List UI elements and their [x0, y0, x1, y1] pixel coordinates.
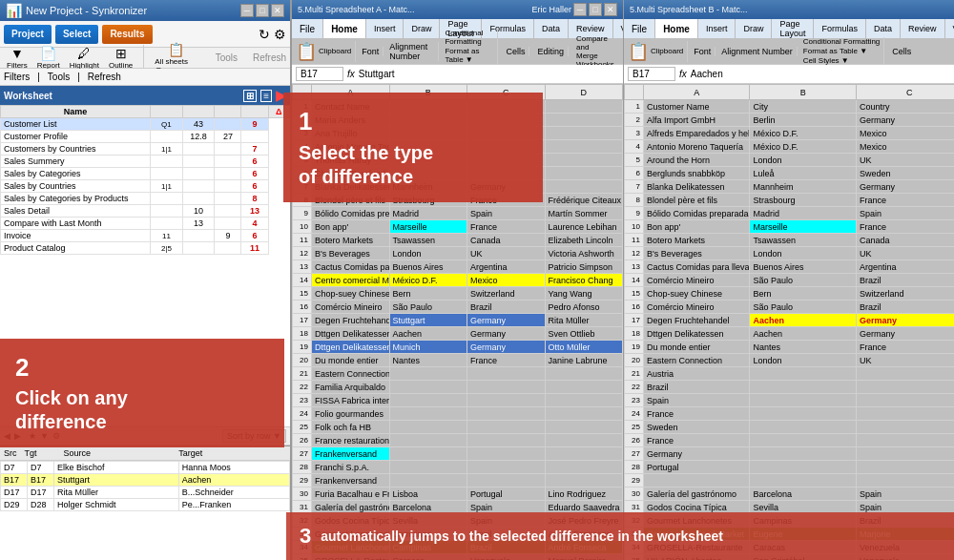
- cell-c[interactable]: [467, 474, 546, 487]
- cell-b[interactable]: São Paulo: [750, 301, 856, 314]
- cell-c[interactable]: Germany: [467, 180, 546, 194]
- cell-b[interactable]: [750, 461, 856, 474]
- cell-b[interactable]: Caracas: [389, 554, 467, 561]
- cell-a[interactable]: Galería del gastrónomo: [312, 501, 390, 514]
- excel-b-cell-ref[interactable]: [628, 67, 675, 81]
- cell-a[interactable]: Godos Cocina Típica: [644, 501, 750, 514]
- cell-a[interactable]: Austria: [644, 367, 750, 381]
- cell-a[interactable]: Bon app': [644, 220, 750, 234]
- cell-c[interactable]: [467, 381, 546, 394]
- cell-c[interactable]: [467, 447, 546, 461]
- cell-c[interactable]: Germany: [467, 327, 546, 341]
- cell-c[interactable]: UK: [856, 247, 954, 260]
- cell-b[interactable]: Stuttgart: [389, 314, 467, 327]
- cell-a[interactable]: Chop-suey Chinese: [644, 287, 750, 301]
- cell-a[interactable]: Maria Anders: [312, 114, 390, 127]
- cell-c[interactable]: France: [856, 341, 954, 354]
- cell-d[interactable]: [545, 140, 623, 154]
- cell-b[interactable]: Marseille: [750, 220, 856, 234]
- cell-b[interactable]: Buenos Aires: [389, 260, 467, 274]
- cell-a[interactable]: Bon app': [312, 220, 390, 234]
- cell-c[interactable]: France: [467, 220, 546, 234]
- cell-a[interactable]: France restauration: [312, 434, 390, 447]
- excel-b-tab-data[interactable]: Data: [866, 19, 901, 38]
- cell-d[interactable]: José Pedro Freyre: [545, 514, 623, 528]
- cell-c[interactable]: [856, 381, 954, 394]
- cell-a[interactable]: Centro comercial Moctezuma: [312, 274, 390, 287]
- cell-c[interactable]: Brazil: [467, 541, 546, 554]
- cell-a[interactable]: Chop-suey Chinese: [312, 287, 390, 301]
- cell-a[interactable]: Folio gourmandes: [312, 407, 390, 421]
- cell-c[interactable]: Spain: [856, 501, 954, 514]
- excel-a-tab-insert[interactable]: Insert: [366, 19, 404, 38]
- cell-a[interactable]: Ana Trujillo: [312, 127, 390, 140]
- cell-b[interactable]: Tsawassen: [750, 234, 856, 247]
- cell-b[interactable]: Campinas: [389, 541, 467, 554]
- excel-b-tab-file[interactable]: File: [624, 19, 655, 38]
- cell-b[interactable]: [389, 461, 467, 474]
- cell-c[interactable]: [856, 461, 954, 474]
- cell-d[interactable]: [545, 127, 623, 140]
- cell-b[interactable]: Aachen: [750, 327, 856, 341]
- cell-b[interactable]: Aachen: [750, 314, 856, 327]
- cell-a[interactable]: Portugal: [644, 461, 750, 474]
- cell-b[interactable]: Buenos Aires: [750, 260, 856, 274]
- cell-d[interactable]: Pedro Afonso: [545, 301, 623, 314]
- cell-c[interactable]: [856, 421, 954, 434]
- excel-a-maximize[interactable]: □: [589, 3, 602, 16]
- cell-b[interactable]: México D.F.: [750, 127, 856, 140]
- cell-a[interactable]: Customer Name: [644, 100, 750, 114]
- diff-row[interactable]: D29 D28 Holger Schmidt Pe...Franken: [1, 499, 290, 511]
- cell-a[interactable]: Blondel père et fils: [644, 194, 750, 207]
- cell-a[interactable]: Folk och fa HB: [312, 421, 390, 434]
- worksheet-row[interactable]: Sales Summery 6: [1, 156, 290, 168]
- cell-c[interactable]: [856, 367, 954, 381]
- cell-c[interactable]: [467, 167, 546, 180]
- cell-a[interactable]: Degen Fruchtehandel: [644, 314, 750, 327]
- cell-a[interactable]: Christina Berglund: [312, 167, 390, 180]
- cell-b[interactable]: [750, 394, 856, 407]
- cell-d[interactable]: [545, 180, 623, 194]
- cell-a[interactable]: Gourmet Lanchonetes: [312, 541, 390, 554]
- cell-b[interactable]: São Paulo: [750, 274, 856, 287]
- cell-b[interactable]: Strasbourg: [750, 194, 856, 207]
- cell-a[interactable]: Dttgen Delikatessen: [312, 327, 390, 341]
- cell-c[interactable]: France: [467, 194, 546, 207]
- cell-c[interactable]: Germany: [856, 327, 954, 341]
- cell-d[interactable]: Yang Wang: [545, 287, 623, 301]
- minimize-button[interactable]: ─: [240, 4, 254, 17]
- cell-c[interactable]: Venezuela: [856, 541, 954, 554]
- cell-a[interactable]: Gourmet Lanchonetes: [312, 528, 390, 541]
- cell-b[interactable]: Sevilla: [389, 514, 467, 528]
- cell-b[interactable]: City: [750, 100, 856, 114]
- cell-a[interactable]: Blanka Delikatessen: [644, 180, 750, 194]
- cell-c[interactable]: [856, 474, 954, 487]
- cell-a[interactable]: Cactus Comidas para llevar: [312, 260, 390, 274]
- cell-b[interactable]: [389, 434, 467, 447]
- cell-d[interactable]: Rita Müller: [545, 314, 623, 327]
- diff-row[interactable]: B17 B17 Stuttgart Aachen: [1, 474, 290, 487]
- worksheet-row[interactable]: Invoice 11 9 6: [1, 230, 290, 242]
- cell-d[interactable]: André Fonsecas: [545, 528, 623, 541]
- excel-b-tab-view[interactable]: View: [945, 19, 954, 38]
- cell-c[interactable]: [856, 434, 954, 447]
- cell-c[interactable]: [467, 100, 546, 114]
- cell-a[interactable]: Antonio Moreno Taquería: [312, 140, 390, 154]
- cell-d[interactable]: Elizabeth Lincoln: [545, 234, 623, 247]
- close-button[interactable]: ✕: [271, 4, 284, 17]
- cell-a[interactable]: Germany: [644, 447, 750, 461]
- list-view-icon[interactable]: ≡: [260, 90, 272, 102]
- cell-a[interactable]: Franchi S.p.A.: [312, 461, 390, 474]
- cell-c[interactable]: [467, 407, 546, 421]
- cell-b[interactable]: Lisboa: [389, 487, 467, 501]
- cell-b[interactable]: [389, 447, 467, 461]
- cell-b[interactable]: Caracas: [750, 541, 856, 554]
- cell-b[interactable]: [750, 434, 856, 447]
- cell-c[interactable]: Argentina: [856, 260, 954, 274]
- cell-a[interactable]: Gourmet Lanchonetes: [644, 514, 750, 528]
- cell-b[interactable]: Munich: [389, 341, 467, 354]
- cell-a[interactable]: Degen Fruchtehandel: [312, 314, 390, 327]
- cell-b[interactable]: Tsawassen: [389, 234, 467, 247]
- excel-b-tab-insert[interactable]: Insert: [698, 19, 736, 38]
- nav-icon-next[interactable]: ▶: [14, 431, 21, 441]
